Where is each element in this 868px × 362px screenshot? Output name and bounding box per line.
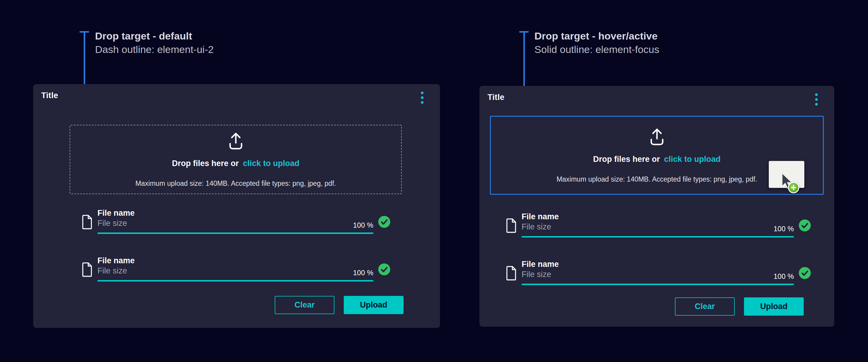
file-info: File name File size 100 % [97, 208, 373, 234]
dropzone-hint: Maximum upload size: 140MB. Accepted fil… [135, 179, 336, 188]
upload-button[interactable]: Upload [344, 296, 404, 314]
kebab-dot [421, 101, 424, 104]
kebab-dot [815, 103, 818, 106]
file-name: File name [97, 208, 373, 218]
click-to-upload-link[interactable]: click to upload [243, 159, 300, 168]
upload-percentage: 100 % [774, 272, 794, 281]
file-list: File name File size 100 % File name File… [505, 212, 811, 285]
success-check-icon [799, 219, 811, 231]
file-size: File size [97, 266, 373, 276]
file-name: File name [97, 255, 373, 266]
upload-percentage: 100 % [353, 269, 373, 277]
dropzone-prompt-line: Drop files here orclick to upload [172, 158, 300, 168]
document-icon [505, 266, 517, 281]
clear-button[interactable]: Clear [275, 296, 335, 314]
file-name: File name [522, 212, 794, 222]
file-size: File size [522, 269, 794, 279]
kebab-menu-button[interactable] [416, 91, 428, 104]
file-size: File size [97, 218, 373, 228]
progress-bar [522, 284, 794, 285]
document-icon [81, 262, 93, 277]
kebab-dot [815, 93, 818, 96]
kebab-dot [421, 96, 424, 99]
progress-bar [97, 232, 373, 234]
document-icon [505, 218, 517, 233]
upload-percentage: 100 % [774, 225, 794, 233]
file-info: File name File size 100 % [522, 212, 794, 238]
annotation-title: Drop target - default [95, 29, 214, 43]
dropzone-prompt: Drop files here or [172, 159, 239, 168]
annotation-title: Drop target - hover/active [534, 29, 659, 43]
card-actions: Clear Upload [675, 297, 804, 316]
success-check-icon [378, 263, 390, 276]
progress-bar [522, 236, 794, 238]
dropzone-hint: Maximum upload size: 140MB. Accepted fil… [557, 175, 757, 184]
document-icon [81, 215, 93, 229]
upload-button[interactable]: Upload [744, 297, 804, 316]
drag-copy-plus-icon [788, 182, 799, 193]
file-size: File size [522, 222, 794, 232]
upload-icon [649, 127, 665, 146]
upload-icon [228, 131, 244, 150]
success-check-icon [799, 267, 811, 279]
dropzone-prompt-line: Drop files here orclick to upload [593, 154, 721, 164]
annotation-heading-left: Drop target - default Dash outline: elem… [95, 29, 214, 56]
card-actions: Clear Upload [275, 296, 404, 314]
file-dropzone-default[interactable]: Drop files here orclick to upload Maximu… [70, 125, 402, 194]
dropzone-prompt: Drop files here or [593, 155, 660, 164]
annotation-heading-right: Drop target - hover/active Solid outline… [534, 29, 659, 56]
file-info: File name File size 100 % [97, 255, 373, 281]
file-info: File name File size 100 % [522, 259, 794, 285]
kebab-dot [421, 91, 424, 94]
progress-bar [97, 280, 373, 281]
file-row: File name File size 100 % [81, 208, 390, 234]
kebab-menu-button[interactable] [810, 92, 822, 106]
upload-card-default: Title Drop files here orclick to upload … [33, 84, 440, 328]
card-title: Title [41, 91, 58, 100]
upload-card-hover: Title Drop files here orclick to upload … [479, 86, 834, 327]
kebab-dot [815, 98, 818, 101]
annotation-subtitle: Dash outline: element-ui-2 [95, 43, 214, 56]
file-name: File name [522, 259, 794, 269]
annotation-subtitle: Solid outline: element-focus [534, 43, 659, 56]
upload-percentage: 100 % [353, 221, 373, 229]
file-list: File name File size 100 % File name File… [81, 208, 390, 281]
file-row: File name File size 100 % [505, 212, 811, 238]
click-to-upload-link[interactable]: click to upload [664, 155, 721, 164]
clear-button[interactable]: Clear [675, 297, 735, 316]
file-row: File name File size 100 % [505, 259, 811, 285]
card-title: Title [488, 93, 504, 102]
file-row: File name File size 100 % [81, 255, 390, 281]
success-check-icon [378, 216, 390, 228]
